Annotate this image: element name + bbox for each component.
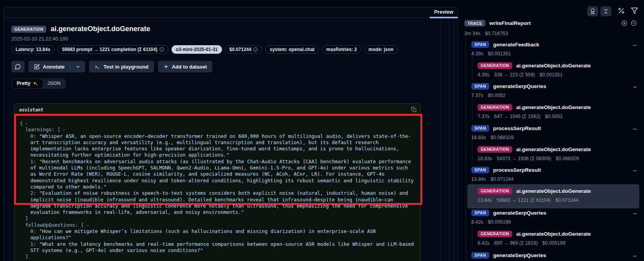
- trace-tree-group: SPAN generateSerpQueries 8.42s$0.005199 …: [471, 209, 644, 246]
- generation-metrics: 18.83s54373 → 1936 (Σ 56309)$0.068329: [478, 156, 644, 161]
- tree-guide-line: [441, 19, 441, 261]
- terminal-icon: [94, 64, 100, 70]
- percent-icon: [618, 7, 625, 14]
- award-icon: [590, 8, 596, 14]
- json-collapse-chevron[interactable]: [86, 224, 89, 227]
- span-badge: SPAN: [471, 210, 489, 216]
- filter-icon: [631, 7, 638, 14]
- collapse-row-button[interactable]: [632, 254, 637, 259]
- json-array-item: 2:Evaluation of noise robustness in spee…: [20, 190, 415, 215]
- tab-preview-label: Preview: [434, 9, 453, 15]
- system-pill: system: openai.chat: [265, 45, 318, 54]
- tree-span-row[interactable]: SPAN generateSerpQueries: [471, 251, 644, 259]
- generation-badge: GENERATION: [478, 146, 512, 153]
- chevron-down-icon: [75, 64, 80, 69]
- add-to-dataset-button[interactable]: Add to dataset: [158, 61, 212, 72]
- render-mode-tabs: Pretty JSON: [11, 78, 66, 89]
- trace-tree-group: SPAN processSerpResult 18.83s$0.068329 G…: [471, 124, 644, 161]
- trace-preview-panel: Preview GENERATION ai.generateObject.doG…: [4, 7, 458, 261]
- tab-pretty[interactable]: Pretty: [12, 79, 42, 88]
- circle-plus-icon: [621, 20, 627, 26]
- json-array-item: 0:How can we mitigate Whisper’s limitati…: [20, 228, 415, 241]
- trace-tree-group: SPAN processSerpResult 13.84s$0.071244 G…: [471, 166, 644, 203]
- span-badge: SPAN: [471, 83, 489, 90]
- max-retries-pill: maxRetries: 2: [322, 45, 361, 54]
- minus-icon: [632, 211, 637, 216]
- collapse-row-button[interactable]: [632, 127, 637, 132]
- tree-span-row[interactable]: SPAN generateSerpQueries: [471, 82, 644, 90]
- trace-tree-group: SPAN generateSerpQueries: [471, 251, 644, 259]
- collapse-row-button[interactable]: [632, 85, 637, 90]
- model-pill[interactable]: o3-mini-2025-01-31: [172, 45, 222, 54]
- collapse-row-button[interactable]: [632, 211, 637, 216]
- tree-generation-row-selected[interactable]: GENERATION ai.generateObject.doGenerate: [478, 187, 644, 195]
- generation-badge: GENERATION: [478, 231, 512, 237]
- json-array-item: 1:Recent benchmarks on adversarial audio…: [20, 159, 415, 190]
- span-metrics: 4.39s$0.001351: [471, 51, 644, 56]
- message-role-label: assistant: [19, 107, 43, 113]
- copy-button[interactable]: [411, 107, 416, 112]
- cost-pill[interactable]: $0.071244: [225, 45, 262, 54]
- tree-generation-row[interactable]: GENERATION ai.generateObject.doGenerate: [478, 62, 644, 69]
- annotate-button[interactable]: Annotate: [28, 61, 70, 72]
- collapse-tree-button[interactable]: [600, 6, 611, 16]
- info-icon: [253, 47, 258, 52]
- annotate-split-button: Annotate: [28, 61, 85, 72]
- circle-minus-icon: [631, 20, 637, 26]
- tree-generation-row[interactable]: GENERATION ai.generateObject.doGenerate: [478, 230, 644, 238]
- plus-icon: [163, 64, 169, 69]
- collapse-all-button[interactable]: [631, 20, 637, 26]
- json-collapse-chevron[interactable]: [25, 122, 28, 125]
- span-badge: SPAN: [471, 167, 489, 173]
- tab-preview[interactable]: Preview: [430, 7, 458, 18]
- info-icon: [159, 47, 164, 52]
- latency-pill: Latency: 13.84s: [11, 45, 54, 54]
- tree-guide-line: [466, 37, 466, 261]
- generation-badge: GENERATION: [478, 104, 512, 111]
- comment-button[interactable]: [11, 61, 24, 72]
- json-collapse-chevron[interactable]: [62, 128, 66, 132]
- span-metrics: 13.84s$0.071244: [471, 176, 644, 182]
- expand-all-button[interactable]: [621, 20, 627, 26]
- preview-tabbar: Preview: [4, 7, 458, 18]
- tree-span-row[interactable]: SPAN processSerpResult: [471, 124, 644, 132]
- token-usage-pill[interactable]: 59883 prompt → 1221 completion (Σ 61104): [58, 45, 168, 54]
- trace-tree-group: SPAN generateFeedback 4.39s$0.001351 GEN…: [471, 41, 644, 78]
- generation-badge: GENERATION: [478, 188, 512, 194]
- observation-type-badge: GENERATION: [11, 26, 46, 33]
- tree-span-row[interactable]: SPAN generateFeedback: [471, 41, 644, 48]
- span-badge: SPAN: [471, 125, 489, 132]
- scores-button[interactable]: [587, 6, 598, 16]
- generation-metrics: 7.37s547 → 1045 (Σ 1592)$0.0052: [478, 114, 644, 119]
- test-in-playground-button[interactable]: Test in playground: [89, 61, 154, 72]
- tree-guide-line: [458, 19, 458, 261]
- copy-icon: [411, 107, 416, 112]
- tree-generation-row[interactable]: GENERATION ai.generateObject.doGenerate: [478, 103, 644, 111]
- sparkles-icon: [33, 81, 38, 86]
- action-buttons: Annotate Test in playground Add to datas…: [11, 61, 451, 72]
- collapse-row-button[interactable]: [632, 168, 637, 173]
- mode-pill: mode: json: [364, 45, 398, 54]
- tab-json[interactable]: JSON: [42, 79, 65, 88]
- annotate-menu-button[interactable]: [70, 61, 85, 72]
- trace-metrics: 3m 34s$0.716753: [464, 31, 508, 36]
- span-badge: SPAN: [471, 252, 489, 259]
- trace-root-row[interactable]: TRACE writeFinalReport: [464, 20, 531, 26]
- tree-generation-row[interactable]: GENERATION ai.generateObject.doGenerate: [478, 145, 644, 153]
- minus-icon: [632, 168, 637, 173]
- trace-tree-group: SPAN generateSerpQueries 7.37s$0.0052 GE…: [471, 82, 644, 119]
- trace-name: writeFinalReport: [489, 20, 531, 26]
- collapse-vertical-icon: [603, 8, 609, 14]
- tree-span-row[interactable]: SPAN processSerpResult: [471, 166, 644, 174]
- span-badge: SPAN: [471, 41, 489, 48]
- tree-guide-line: [449, 19, 450, 261]
- span-metrics: 18.83s$0.068329: [471, 135, 644, 140]
- tree-span-row[interactable]: SPAN generateSerpQueries: [471, 209, 644, 217]
- show-percent-button[interactable]: [618, 7, 625, 14]
- generation-metrics: 8.42s850 → 969 (Σ 1819)$0.005199: [478, 240, 644, 246]
- edit-icon: [34, 64, 40, 70]
- assistant-message-box: assistant { learnings: [ 0:Whisper ASR, …: [14, 103, 421, 261]
- page-title: ai.generateObject.doGenerate: [51, 25, 150, 33]
- filter-button[interactable]: [631, 7, 638, 14]
- collapse-row-button[interactable]: [632, 43, 637, 48]
